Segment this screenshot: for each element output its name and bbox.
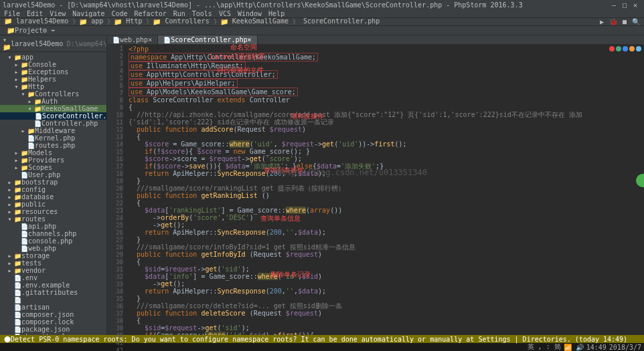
stop-icon[interactable]: ■ (623, 18, 627, 25)
code-comment: ///smallgame/score/infoById?sid=1 get 按照… (137, 243, 355, 251)
code-line: <?php (129, 45, 149, 53)
menu-refactor[interactable]: Refactor (135, 10, 167, 17)
tree-ksg[interactable]: ▾📁 KeekoSmallGame (0, 105, 106, 112)
tree-user[interactable]: 📄 User.php (0, 171, 106, 179)
tree-kernel[interactable]: 📄 Kernel.php (0, 134, 106, 142)
os-taskbar: 英 , : 简 📶 🔊 14:49 2018/3/7 (0, 343, 644, 351)
project-panel-tab[interactable]: 📁 Project⚙ ⬌ (3, 27, 59, 35)
tree-gitattr[interactable]: 📄 .gitattributes (0, 289, 106, 296)
tree-database[interactable]: ▸📁 database (0, 193, 106, 201)
tree-artisan[interactable]: 📄 artisan (0, 304, 106, 311)
tree-consolep[interactable]: 📄 console.php (0, 237, 106, 245)
tree-exceptions[interactable]: ▸📁 Exceptions (0, 68, 106, 76)
code-area[interactable]: <?php namespace App\Http\Controllers\Kee… (123, 35, 644, 335)
tree-controller[interactable]: 📄 Controller.php (0, 120, 106, 127)
tree-public[interactable]: ▸📁 public (0, 201, 106, 208)
tree-auth[interactable]: ▸📁 Auth (0, 98, 106, 105)
tree-app[interactable]: ▾📁 app (0, 53, 106, 61)
tree-env[interactable]: 📄 .env (0, 274, 106, 281)
menu-code[interactable]: Code (111, 10, 127, 17)
tree-controllers[interactable]: ▾📁 Controllers (0, 90, 106, 98)
tree-providers[interactable]: ▸📁 Providers (0, 156, 106, 164)
bc-app[interactable]: app (91, 17, 103, 27)
bc-ksg[interactable]: KeekoSmallGame (232, 17, 289, 27)
line-gutter: for(let i=1;i<=46;i++)document.write(i+'… (107, 35, 123, 335)
tree-root-path: D:\wamp64\vhost\laravel5 (67, 40, 107, 47)
tree-composerj[interactable]: 📄 composer.json (0, 311, 106, 318)
window-title: laravel54Demo - [D:\wamp64\vhost\laravel… (3, 1, 523, 9)
tree-gitignore[interactable]: 📄 (0, 296, 106, 304)
tree-routes[interactable]: 📄 routes.php (0, 142, 106, 149)
anno-del: 删除单条记录 (270, 271, 311, 278)
tree-bootstrap[interactable]: ▸📁 bootstrap (0, 179, 106, 186)
menu-vcs[interactable]: VCS (219, 10, 231, 17)
menu-run[interactable]: Run (173, 10, 185, 17)
tree-channels[interactable]: 📄 channels.php (0, 230, 106, 237)
bc-file[interactable]: ScoreController.php (303, 17, 380, 27)
anno-crud: 增和改操作 (291, 112, 324, 120)
tree-console[interactable]: ▸📁 Console (0, 61, 106, 68)
tree-models[interactable]: ▸📁 Models (0, 149, 106, 156)
tree-middleware[interactable]: ▸📁 Middleware (0, 127, 106, 134)
browser-icons[interactable] (609, 46, 641, 51)
debug-icon[interactable]: 🐞 (609, 18, 617, 25)
taskbar-time[interactable]: 14:49 (586, 344, 607, 351)
menu-navigate[interactable]: Navigate (72, 10, 104, 17)
run-icon[interactable]: ▶ (600, 18, 604, 25)
menu-view[interactable]: View (50, 10, 66, 17)
bc-project[interactable]: laravel54Demo (16, 17, 68, 27)
tree-packagej[interactable]: 📄 package.json (0, 326, 106, 333)
notif-icon[interactable]: 📶 🔊 (564, 344, 584, 351)
tree-config[interactable]: ▸📁 config (0, 186, 106, 193)
tree-composerl[interactable]: 📄 composer.lock (0, 318, 106, 326)
code-comment: //http://api.zhonke.loc/smallgame/score/… (129, 111, 582, 126)
anno-own: 自己封装的文件 (217, 66, 264, 74)
menu-window[interactable]: Window (238, 10, 262, 17)
code-editor[interactable]: 📄 web.php× 📄 ScoreController.php× for(le… (107, 35, 644, 335)
minimize-button[interactable]: — (612, 1, 616, 9)
code-comment: ///smallgame/score/delete?sid=... get 按照… (137, 302, 342, 310)
tree-tests[interactable]: ▸📁 tests (0, 259, 106, 267)
tree-scopes[interactable]: ▸📁 Scopes (0, 164, 106, 171)
menu-edit[interactable]: Edit (27, 10, 43, 17)
close-button[interactable]: ✕ (633, 1, 637, 9)
search-icon[interactable]: 🔍 (632, 18, 640, 25)
tree-helpers[interactable]: ▸📁 Helpers (0, 76, 106, 83)
tree-storage[interactable]: ▸📁 storage (0, 252, 106, 259)
tree-vendor[interactable]: ▸📁 vendor (0, 267, 106, 274)
menu-tools[interactable]: Tools (192, 10, 212, 17)
tree-routesD[interactable]: ▾📁 routes (0, 215, 106, 223)
tree-web[interactable]: 📄 web.php (0, 245, 106, 252)
tree-api[interactable]: 📄 api.php (0, 223, 106, 230)
bc-ctrl[interactable]: Controllers (165, 17, 209, 27)
tree-http[interactable]: ▾📁 Http (0, 83, 106, 90)
tree-envex[interactable]: 📄 .env.example (0, 281, 106, 289)
menu-help[interactable]: Help (268, 10, 285, 17)
anno-lib: Laravel提供的库 (210, 53, 265, 60)
menu-file[interactable]: File (4, 10, 20, 17)
tree-root[interactable]: laravel54Demo (11, 40, 63, 47)
anno-qone: 查询单条信息 (260, 215, 301, 222)
tree-resources[interactable]: ▸📁 resources (0, 208, 106, 215)
watermark: http://blog.csdn.net/u013351340 (277, 169, 427, 177)
tree-score[interactable]: 📄 ScoreController.php (0, 112, 106, 120)
taskbar-date[interactable]: 2018/3/7 (609, 344, 641, 351)
project-tree[interactable]: ▾ 📁 laravel54Demo D:\wamp64\vhost\larave… (0, 35, 107, 335)
ime-indicator[interactable]: 英 , : 简 (528, 342, 561, 351)
breadcrumb[interactable]: 📁laravel54Demo 〉📁app 〉📁Http 〉📁Controller… (4, 17, 380, 27)
code-comment: ///smallgame/score/rankingList get 提示列表（… (137, 185, 345, 192)
maximize-button[interactable]: □ (623, 1, 627, 9)
bc-http[interactable]: Http (126, 17, 142, 27)
anno-namespace: 命名空间 (230, 43, 257, 51)
